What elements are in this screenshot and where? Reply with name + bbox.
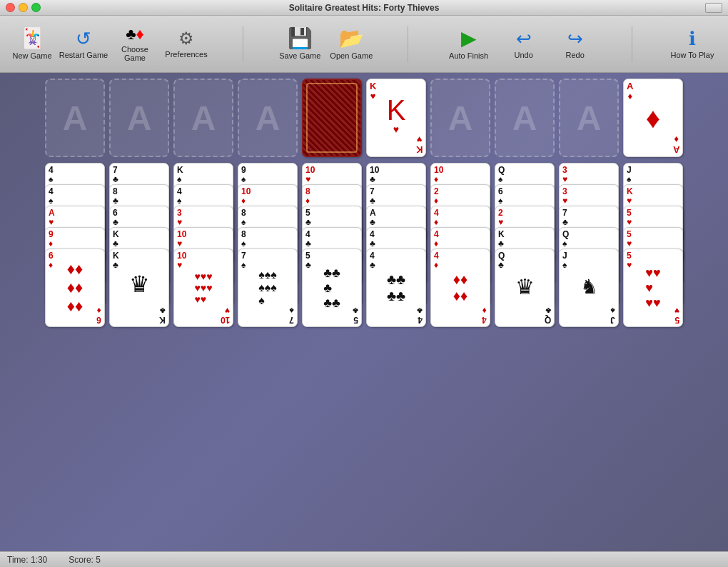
- tableau-col-10[interactable]: J♠ J♠ K♥ K♥ 5♥ 5♥ 5♥ 5♥ 5♥ ♥♥♥♥♥ 5♥: [623, 163, 683, 348]
- foundation-slot-3[interactable]: A: [173, 79, 233, 157]
- new-game-label: New Game: [12, 51, 51, 60]
- restart-game-button[interactable]: ↺ Restart Game: [59, 19, 108, 69]
- window-controls[interactable]: [6, 3, 41, 12]
- deck-pile[interactable]: [302, 79, 362, 157]
- svg-text:K: K: [387, 94, 406, 126]
- auto-finish-button[interactable]: ▶ Auto Finish: [440, 19, 497, 69]
- card-bottom-right: K♥: [416, 134, 423, 154]
- time-display: Time: 1:30: [7, 555, 47, 565]
- redo-button[interactable]: ↪ Redo: [550, 19, 600, 69]
- foundation-slot-5[interactable]: A: [430, 79, 490, 157]
- undo-label: Undo: [514, 51, 532, 59]
- open-game-icon: 📂: [339, 29, 364, 49]
- maximize-button[interactable]: [31, 3, 41, 12]
- tableau-col-9[interactable]: 3♥ 3♥ 3♥ 3♥ 7♣ 7♣ Q♠ Q♠ J♠ ♞ J♠: [559, 163, 619, 348]
- status-bar: Time: 1:30 Score: 5: [0, 551, 728, 567]
- tableau-col-2[interactable]: 7♣ 7♣ 8♣ 8♣ 6♣ 6♣ K♣ K♣ K♣ ♛ K♣: [109, 163, 169, 348]
- tableau-row: 4♠ ♠ 4♠ 4♠ 4♠ A♥ A♥ 9♦ 9♦ 6♦ ♦♦♦♦♦♦ 6♦: [7, 163, 721, 348]
- auto-finish-label: Auto Finish: [449, 51, 488, 60]
- toolbar-right-group: ▶ Auto Finish ↩ Undo ↪ Redo: [440, 19, 600, 69]
- toolbar-sep-3: [632, 26, 632, 62]
- king-hearts-card[interactable]: K♥ K ♥ K♥: [366, 79, 426, 157]
- foundation-row: A A A A K♥ K ♥ K♥: [7, 79, 721, 157]
- tableau-col-6[interactable]: 10♣ 10♣ 7♣ 7♣ A♣ A♣ 4♣ 4♣ 4♣ ♣♣♣♣ 4♣: [366, 163, 426, 348]
- svg-text:♥: ♥: [393, 124, 399, 135]
- score-display: Score: 5: [69, 555, 101, 565]
- how-to-play-icon: ℹ: [689, 29, 696, 48]
- undo-button[interactable]: ↩ Undo: [499, 19, 549, 69]
- card-top-left: A♦: [627, 81, 633, 102]
- open-game-button[interactable]: 📂 Open Game: [326, 19, 376, 69]
- auto-finish-icon: ▶: [461, 29, 477, 49]
- ace-diamonds-card[interactable]: A♦ ♦ A♦: [623, 79, 683, 157]
- undo-icon: ↩: [516, 29, 532, 48]
- toolbar-info-group: ℹ How To Play: [664, 19, 721, 69]
- save-game-icon: 💾: [288, 29, 313, 49]
- foundation-slot-6[interactable]: A: [495, 79, 555, 157]
- open-game-label: Open Game: [330, 51, 373, 60]
- title-bar: Solitaire Greatest Hits: Forty Thieves: [0, 0, 728, 16]
- new-game-icon: 🃏: [20, 29, 45, 49]
- toolbar-middle-group: 💾 Save Game 📂 Open Game: [275, 19, 376, 69]
- game-area: A A A A K♥ K ♥ K♥: [0, 73, 728, 551]
- redo-label: Redo: [565, 51, 584, 59]
- tableau-col-3[interactable]: K♠ K♠ 4♠ 4♠ 3♥ 3♥ 10♥ 10♥ 10♥ ♥♥♥♥♥♥♥♥ 1…: [173, 163, 233, 348]
- card-4d-3[interactable]: 4♦ ♦♦♦♦ 4♦: [430, 249, 490, 327]
- tableau-col-1[interactable]: 4♠ ♠ 4♠ 4♠ 4♠ A♥ A♥ 9♦ 9♦ 6♦ ♦♦♦♦♦♦ 6♦: [45, 163, 105, 348]
- restart-game-icon: ↺: [76, 29, 91, 48]
- card-4c-col6-2[interactable]: 4♣ ♣♣♣♣ 4♣: [366, 249, 426, 327]
- card-10h-2[interactable]: 10♥ ♥♥♥♥♥♥♥♥ 10♥: [173, 249, 233, 327]
- tableau-col-8[interactable]: Q♠ Q♠ 6♠ 6♠ 2♥ 2♥ K♣ K♣ Q♣ ♛ Q♣: [495, 163, 555, 348]
- window-title: Solitaire Greatest Hits: Forty Thieves: [289, 3, 440, 13]
- tableau-col-7[interactable]: 10♦ 10♦ 2♦ 2♦ 4♦ 4♦ 4♦ 4♦ 4♦ ♦♦♦♦ 4♦: [430, 163, 490, 348]
- foundation-slot-7[interactable]: A: [559, 79, 619, 157]
- save-game-label: Save Game: [279, 51, 320, 60]
- card-center: ♦: [646, 102, 660, 134]
- choose-game-label: Choose Game: [110, 45, 160, 62]
- foundation-slot-2[interactable]: A: [109, 79, 169, 157]
- save-game-button[interactable]: 💾 Save Game: [275, 19, 325, 69]
- foundation-slot-4[interactable]: A: [238, 79, 298, 157]
- toolbar-left-group: 🃏 New Game ↺ Restart Game ♣♦ Choose Game…: [7, 19, 211, 69]
- tableau-col-5[interactable]: 10♥ 10♥ 8♦ 8♦ 5♣ 5♣ 4♣ 4♣ 5♣ ♣♣♣♣♣ 5♣: [302, 163, 362, 348]
- window-resize-button[interactable]: [705, 3, 722, 13]
- restart-game-label: Restart Game: [59, 51, 108, 59]
- close-button[interactable]: [6, 3, 15, 12]
- preferences-label: Preferences: [165, 50, 207, 59]
- how-to-play-label: How To Play: [670, 51, 714, 59]
- new-game-button[interactable]: 🃏 New Game: [7, 19, 57, 69]
- choose-game-button[interactable]: ♣♦ Choose Game: [110, 19, 160, 69]
- card-center: K ♥: [378, 91, 414, 145]
- preferences-icon: ⚙: [178, 30, 194, 47]
- redo-icon: ↪: [567, 29, 583, 48]
- toolbar: 🃏 New Game ↺ Restart Game ♣♦ Choose Game…: [0, 16, 728, 73]
- card-qc[interactable]: Q♣ ♛ Q♣: [495, 249, 555, 327]
- card-6d[interactable]: 6♦ ♦♦♦♦♦♦ 6♦: [45, 249, 105, 327]
- card-bottom-right: A♦: [673, 134, 679, 154]
- toolbar-sep-2: [408, 26, 408, 62]
- toolbar-sep-1: [243, 26, 243, 62]
- tableau-col-4[interactable]: 9♠ 9♠ 10♦ 10♦ 8♠ 8♠ 8♠ 8♠ 7♠ ♠♠♠♠♠♠♠ 7♠: [238, 163, 298, 348]
- how-to-play-button[interactable]: ℹ How To Play: [664, 19, 721, 69]
- card-7s[interactable]: 7♠ ♠♠♠♠♠♠♠ 7♠: [238, 249, 298, 327]
- choose-game-icon: ♣♦: [126, 26, 144, 42]
- card-js[interactable]: J♠ ♞ J♠: [559, 249, 619, 327]
- card-5c-2[interactable]: 5♣ ♣♣♣♣♣ 5♣: [302, 249, 362, 327]
- card-5h-3[interactable]: 5♥ ♥♥♥♥♥ 5♥: [623, 249, 683, 327]
- preferences-button[interactable]: ⚙ Preferences: [161, 19, 211, 69]
- minimize-button[interactable]: [19, 3, 28, 12]
- foundation-slot-1[interactable]: A: [45, 79, 105, 157]
- card-kc-2[interactable]: K♣ ♛ K♣: [109, 249, 169, 327]
- card-top-left: K♥: [370, 81, 376, 102]
